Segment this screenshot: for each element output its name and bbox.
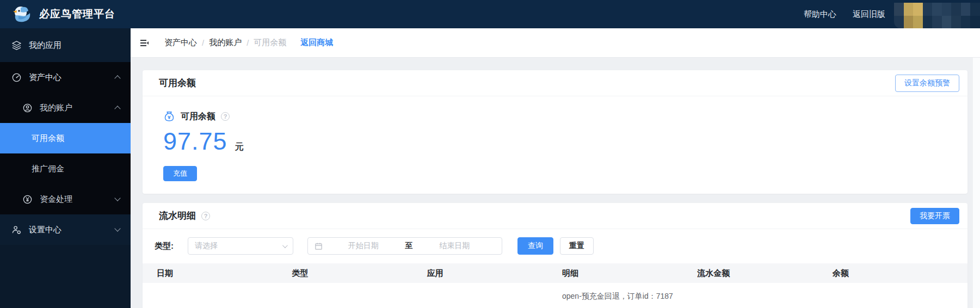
table-row: open-预充金回退，订单id：7187 [143,283,967,301]
balance-card-title: 可用余额 [159,77,196,89]
table-header-row: 日期 类型 应用 明细 流水金额 余额 [143,263,967,283]
gauge-icon [11,72,22,83]
back-to-mall-link[interactable]: 返回商城 [300,38,333,48]
balance-card: 可用余额 设置余额预警 可用余额 ? 97.75 [143,70,967,194]
app-title: 必应鸟管理平台 [39,7,115,21]
sidebar-item-available-balance[interactable]: 可用余额 [0,123,131,153]
breadcrumb-separator: / [246,38,249,47]
balance-card-body: 可用余额 ? 97.75 元 充值 [143,96,967,181]
breadcrumb-bar: 资产中心 / 我的账户 / 可用余额 返回商城 [131,28,980,58]
table-header-app: 应用 [427,268,562,279]
table-header-type: 类型 [292,268,427,279]
chevron-up-icon [114,75,120,81]
old-version-link[interactable]: 返回旧版 [853,9,885,20]
sidebar-item-label: 资产中心 [29,72,61,83]
table-header-detail: 明细 [562,268,697,279]
reset-button[interactable]: 重置 [560,237,594,255]
page-content: 可用余额 设置余额预警 可用余额 ? 97.75 [131,58,980,308]
breadcrumb-asset-center[interactable]: 资产中心 [164,38,197,48]
request-invoice-button[interactable]: 我要开票 [910,208,959,224]
breadcrumb-my-account[interactable]: 我的账户 [209,38,242,48]
money-purse-icon [163,110,175,122]
search-button[interactable]: 查询 [517,237,553,255]
sidebar-group-asset-center: 资产中心 我的账户 可用余额 推广佣金 [0,62,131,214]
sidebar-item-my-account[interactable]: 我的账户 [0,93,131,123]
flow-card-title: 流水明细 [159,210,196,222]
type-select[interactable]: 请选择 [188,237,293,255]
breadcrumb-separator: / [202,38,204,47]
chevron-down-icon [114,195,120,201]
balance-label: 可用余额 [181,111,215,122]
table-header-amount: 流水金额 [697,268,832,279]
balance-unit: 元 [235,141,244,153]
breadcrumb: 资产中心 / 我的账户 / 可用余额 [164,38,286,48]
set-balance-alert-button[interactable]: 设置余额预警 [895,75,959,92]
row-detail-cell: open-预充金回退，订单id：7187 [562,291,697,301]
sidebar-item-label: 资金处理 [40,194,72,205]
sidebar-item-fund-processing[interactable]: 资金处理 [0,184,131,214]
sidebar-item-label: 我的应用 [29,40,61,51]
sidebar-item-asset-center[interactable]: 资产中心 [0,62,131,93]
sidebar-filler [0,245,131,308]
top-navbar: 必应鸟管理平台 帮助中心 返回旧版 [0,0,980,28]
main-area: 资产中心 / 我的账户 / 可用余额 返回商城 可用余额 设置余额预警 [131,28,980,308]
type-select-placeholder: 请选择 [195,241,218,251]
balance-card-header: 可用余额 设置余额预警 [143,70,967,96]
sidebar-item-promo-commission[interactable]: 推广佣金 [0,153,131,184]
help-center-link[interactable]: 帮助中心 [804,9,836,20]
date-range-separator: 至 [404,241,414,251]
end-date-placeholder[interactable]: 结束日期 [414,241,496,251]
sidebar-item-label: 设置中心 [29,225,61,235]
start-date-placeholder[interactable]: 开始日期 [323,241,404,251]
chevron-up-icon [114,106,120,112]
brand: 必应鸟管理平台 [12,5,115,23]
vertical-scrollbar[interactable] [972,58,980,308]
calendar-icon [315,242,323,250]
chevron-down-icon [114,225,120,231]
sidebar-item-settings-center[interactable]: 设置中心 [0,214,131,245]
type-filter-label: 类型: [155,241,174,251]
filter-row: 类型: 请选择 开始日期 至 结束日期 查询 [143,229,967,255]
layers-icon [11,40,22,51]
table-header-balance: 余额 [833,268,967,279]
breadcrumb-current: 可用余额 [254,38,286,48]
sidebar-item-label: 我的账户 [40,103,72,113]
navbar-right: 帮助中心 返回旧版 [787,0,980,28]
balance-amount: 97.75 [163,128,227,155]
chevron-down-icon [282,243,288,248]
sidebar-item-my-apps[interactable]: 我的应用 [0,28,131,62]
flow-detail-card: 流水明细 ? 我要开票 类型: 请选择 [143,203,967,308]
sidebar-item-label: 推广佣金 [32,164,64,174]
sidebar: 我的应用 资产中心 我的账户 [0,28,131,308]
recharge-button[interactable]: 充值 [163,166,197,181]
user-gear-icon [11,224,22,235]
balance-help-icon[interactable]: ? [221,112,230,121]
table-header-date: 日期 [157,268,292,279]
yen-circle-icon [22,194,33,205]
blurred-user-info[interactable] [894,3,980,28]
sidebar-item-label: 可用余额 [32,133,64,144]
flow-card-header: 流水明细 ? 我要开票 [143,203,967,229]
date-range-picker[interactable]: 开始日期 至 结束日期 [307,237,502,255]
flow-table: 日期 类型 应用 明细 流水金额 余额 open-预充金回退，订单id：7187 [143,263,967,301]
menu-fold-icon[interactable] [138,37,150,49]
flow-help-icon[interactable]: ? [201,212,210,220]
bird-logo-icon [12,5,33,23]
user-circle-icon [22,102,33,113]
